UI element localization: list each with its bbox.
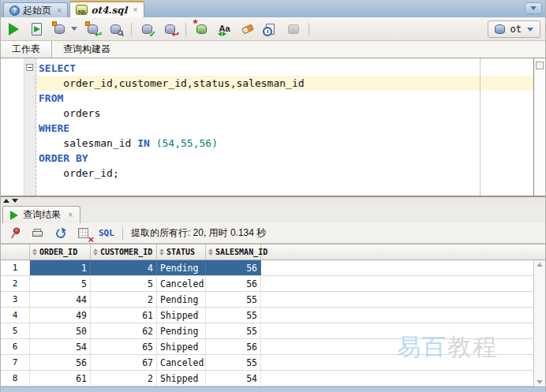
query-result-icon <box>10 211 18 220</box>
sql-editor[interactable]: SELECT order_id,customer_id,status,sales… <box>1 58 545 196</box>
splitter-collapse-down-icon[interactable] <box>12 199 18 203</box>
autotrace-icon[interactable]: ↩ <box>85 21 100 36</box>
code-line[interactable]: ORDER BY <box>36 151 533 166</box>
explain-plan-icon[interactable] <box>52 21 67 36</box>
toolbar-separator <box>122 227 123 240</box>
grid-body: 1 1 4 Pending 56 2 5 5 Canceled 56 3 44 … <box>1 260 545 386</box>
pin-icon[interactable] <box>7 226 22 241</box>
close-icon[interactable]: × <box>68 211 73 219</box>
row-number[interactable]: 6 <box>1 339 30 354</box>
connection-selector[interactable]: ot <box>488 21 540 38</box>
code-line[interactable]: orders <box>36 106 533 121</box>
splitter-collapse-up-icon[interactable] <box>3 199 9 203</box>
worksheet-toolbar: ↩ ✓ ↩ ★ Aa ot <box>1 17 545 41</box>
right-margin-guide <box>480 58 481 196</box>
sql-tuning-icon[interactable] <box>108 21 123 36</box>
row-number[interactable]: 8 <box>1 371 30 386</box>
horizontal-scrollbar[interactable] <box>1 386 545 392</box>
run-statement-icon[interactable] <box>6 21 21 36</box>
tab-list-dropdown[interactable] <box>525 2 542 14</box>
editor-code-area[interactable]: SELECT order_id,customer_id,status,sales… <box>36 58 533 196</box>
results-tab-bar: 查询结果 × <box>1 204 545 223</box>
scroll-up-icon[interactable] <box>537 263 543 267</box>
tab-query-result[interactable]: 查询结果 × <box>2 206 80 223</box>
toolbar-separator <box>185 23 186 35</box>
results-toolbar: × SQL 提取的所有行: 20, 用时 0.134 秒 <box>1 223 545 244</box>
results-scrollbar[interactable] <box>533 260 545 386</box>
tab-ot4-sql[interactable]: SQL ot4.sql × <box>69 1 144 17</box>
code-line-current[interactable]: order_id,customer_id,status,salesman_id <box>36 76 533 91</box>
code-line[interactable]: SELECT <box>36 61 533 76</box>
document-tab-bar: ? 起始页 × SQL ot4.sql × <box>1 0 545 17</box>
table-row[interactable]: 8 61 2 Shipped 54 <box>1 371 545 386</box>
database-icon <box>495 24 505 34</box>
commit-icon[interactable]: ✓ <box>140 21 155 36</box>
table-row[interactable]: 7 56 67 Canceled 55 <box>1 355 545 371</box>
refresh-icon[interactable] <box>53 226 68 241</box>
tab-ot4-sql-label: ot4.sql <box>91 5 127 16</box>
editor-fold-gutter <box>24 58 36 196</box>
show-sql-button[interactable]: SQL <box>99 228 114 238</box>
sort-icon[interactable] <box>32 248 37 256</box>
code-line[interactable]: salesman_id IN (54,55,56) <box>36 136 533 151</box>
row-number[interactable]: 3 <box>1 292 30 307</box>
query-result-label: 查询结果 <box>23 208 61 222</box>
table-row[interactable]: 4 49 61 Shipped 55 <box>1 308 545 323</box>
change-case-icon[interactable]: Aa <box>217 21 232 36</box>
table-row[interactable]: 5 50 62 Pending 55 <box>1 323 545 339</box>
column-header-order-id[interactable]: ORDER_ID <box>30 245 91 259</box>
fetch-status-text: 提取的所有行: 20, 用时 0.134 秒 <box>131 226 266 240</box>
column-header-status[interactable]: STATUS <box>157 245 206 259</box>
print-icon[interactable] <box>30 226 45 241</box>
editor-left-margin <box>1 58 24 196</box>
chevron-down-icon <box>530 6 537 10</box>
results-grid: ORDER_ID CUSTOMER_ID STATUS SALESMAN_ID … <box>1 244 545 386</box>
close-icon[interactable]: × <box>57 6 62 15</box>
close-icon[interactable]: × <box>133 6 137 14</box>
editor-scrollbar[interactable] <box>533 58 545 196</box>
row-number[interactable]: 5 <box>1 323 30 338</box>
grid-header-row: ORDER_ID CUSTOMER_ID STATUS SALESMAN_ID <box>1 244 545 260</box>
unshared-worksheet-icon[interactable]: ★ <box>194 21 209 36</box>
run-script-icon[interactable] <box>29 21 44 36</box>
sort-icon[interactable] <box>159 248 164 256</box>
code-line[interactable]: order_id; <box>36 166 533 181</box>
worksheet-tab-bar: 工作表 查询构建器 <box>1 41 545 58</box>
tab-start-page-label: 起始页 <box>23 4 51 17</box>
code-line[interactable]: WHERE <box>36 121 533 136</box>
row-number[interactable]: 7 <box>1 355 30 370</box>
scroll-down-icon[interactable] <box>537 380 543 384</box>
clear-icon[interactable] <box>240 21 255 36</box>
tab-query-builder[interactable]: 查询构建器 <box>52 41 122 58</box>
sql-file-icon: SQL <box>76 5 88 15</box>
grid-corner-cell[interactable] <box>1 245 30 259</box>
column-header-customer-id[interactable]: CUSTOMER_ID <box>91 245 157 259</box>
table-row[interactable]: 3 44 2 Pending 55 <box>1 292 545 308</box>
clear-results-icon[interactable]: × <box>76 226 91 241</box>
help-icon: ? <box>9 6 20 16</box>
sql-developer-window: ? 起始页 × SQL ot4.sql × ↩ <box>0 0 546 392</box>
toolbar-separator <box>131 23 132 35</box>
rollback-icon[interactable]: ↩ <box>163 21 178 36</box>
row-number[interactable]: 1 <box>1 260 30 275</box>
sort-icon[interactable] <box>93 248 98 256</box>
sort-icon[interactable] <box>208 248 213 256</box>
toolbar-separator <box>309 23 309 35</box>
table-row[interactable]: 2 5 5 Canceled 56 <box>1 276 545 292</box>
row-number[interactable]: 2 <box>1 276 30 291</box>
table-row[interactable]: 1 1 4 Pending 56 <box>1 260 545 276</box>
tab-worksheet[interactable]: 工作表 <box>1 41 52 58</box>
publish-icon[interactable] <box>286 21 301 36</box>
editor-overview-marker <box>536 62 544 69</box>
pane-splitter[interactable] <box>1 196 545 204</box>
column-header-salesman-id[interactable]: SALESMAN_ID <box>206 245 261 259</box>
chevron-down-icon <box>527 28 533 32</box>
tab-start-page[interactable]: ? 起始页 × <box>3 2 68 17</box>
explain-plan-dropdown-icon[interactable] <box>71 27 77 31</box>
row-number[interactable]: 4 <box>1 308 30 323</box>
code-fold-icon[interactable] <box>26 64 33 71</box>
sql-history-icon[interactable] <box>263 21 278 36</box>
table-row[interactable]: 6 54 65 Shipped 56 <box>1 339 545 355</box>
connection-name: ot <box>510 24 522 35</box>
code-line[interactable]: FROM <box>36 91 533 106</box>
